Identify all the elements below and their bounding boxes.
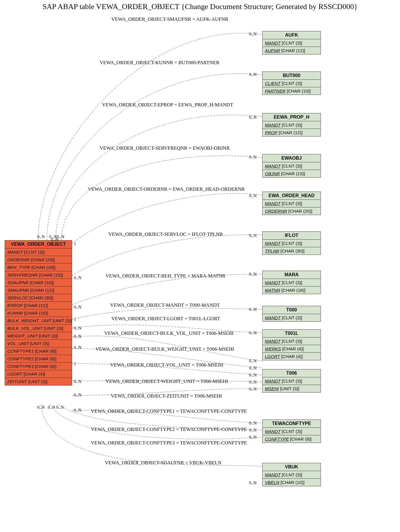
cardinality-target: 0..N [249, 380, 257, 385]
cardinality-target: 0..N [249, 428, 257, 433]
page-title: SAP ABAP table VEWA_ORDER_OBJECT {Change… [0, 2, 400, 11]
cardinality-target: 0..N [249, 193, 257, 198]
entity-ewa_order_head: EWA_ORDER_HEADMANDT [CLNT (3)]ORDERNR [C… [262, 192, 321, 215]
entity-field: SERVFREQNR [CHAR (10)] [5, 271, 72, 279]
entity-field: ORDERNR [CHAR (20)] [263, 207, 321, 215]
entity-header: VEWA_ORDER_OBJECT [5, 241, 72, 248]
entity-header: EWAOBJ [263, 154, 321, 162]
entity-field: MANDT [CLNT (3)] [263, 162, 321, 170]
entity-field: ORDERNR [CHAR (20)] [5, 256, 72, 264]
cardinality-source: 0..N [37, 234, 45, 239]
cardinality-source: 0..N [37, 405, 45, 410]
cardinality-source: 0..N [74, 345, 81, 350]
cardinality-target: 0..N [249, 155, 257, 160]
cardinality-target: 0..N [249, 373, 257, 378]
relationship-label: VEWA_ORDER_OBJECT-WEIGHT_UNIT = T006-MSE… [105, 378, 228, 384]
entity-field: ZEITUNIT [UNIT (3)] [5, 378, 72, 385]
entity-field: VOL_UNIT [UNIT (3)] [5, 340, 72, 347]
entity-field: EPROP [CHAR (12)] [5, 302, 72, 309]
entity-header: T001L [263, 330, 321, 337]
entity-header: BUT000 [263, 72, 321, 80]
entity-field: SDAUFNR [CHAR (10)] [5, 279, 72, 287]
cardinality-target: 0..N [249, 435, 257, 440]
relationship-label: VEWA_ORDER_OBJECT-LGORT = T001L-LGORT [111, 316, 220, 322]
entity-header: AUFK [263, 31, 321, 39]
relationship-label: VEWA_ORDER_OBJECT-SERVFREQNR = EWAOBJ-OB… [100, 145, 230, 151]
entity-header: IFLOT [263, 232, 321, 240]
entity-field: MANDT [CLNT (3)] [263, 337, 321, 345]
cardinality-target: 0..N [249, 421, 257, 426]
entity-field: LGORT [CHAR (4)] [263, 353, 321, 360]
cardinality-source: 1 [74, 317, 76, 322]
entity-field: MANDT [CLNT (3)] [5, 248, 72, 256]
entity-field: BULK_VOL_UNIT [UNIT (3)] [5, 325, 72, 332]
relationship-label: VEWA_ORDER_OBJECT-SDAUFNR = VBUK-VBELN [105, 460, 222, 466]
cardinality-target: 0..N [249, 480, 257, 485]
entity-field: CONFTYPE2 [CHAR (8)] [5, 355, 72, 363]
entity-field: WEIGHT_UNIT [UNIT (3)] [5, 332, 72, 340]
entity-mara: MARAMANDT [CLNT (3)]MATNR [CHAR (18)] [262, 271, 321, 294]
entity-field: BULK_WEIGHT_UNIT [UNIT (3)] [5, 317, 72, 325]
entity-t001l: T001LMANDT [CLNT (3)]WERKS [CHAR (4)]LGO… [262, 329, 321, 360]
entity-field: CONFTYPE1 [CHAR (8)] [5, 347, 72, 355]
relationship-label: VEWA_ORDER_OBJECT-ZEITUNIT = T006-MSEHI [111, 393, 222, 399]
cardinality-source: 0..N [74, 326, 81, 331]
relationship-label: VEWA_ORDER_OBJECT-ORDERNR = EWA_ORDER_HE… [88, 186, 245, 192]
relationship-label: VEWA_ORDER_OBJECT-CONFTYPE3 = TEWACONFTY… [91, 440, 247, 446]
relationship-label: VEWA_ORDER_OBJECT-SMAUFNR = AUFK-AUFNR [111, 16, 228, 22]
cardinality-source: 0..N [56, 405, 64, 410]
relationship-label: VEWA_ORDER_OBJECT-BULK_WEIGHT_UNIT = T00… [96, 346, 234, 352]
cardinality-source: 1 [74, 241, 76, 246]
entity-aufk: AUFKMANDT [CLNT (3)]AUFNR [CHAR (12)] [262, 31, 321, 54]
entity-iflot: IFLOTMANDT [CLNT (3)]TPLNR [CHAR (30)] [262, 231, 321, 255]
entity-field: MANDT [CLNT (3)] [263, 377, 321, 385]
entity-field: WERKS [CHAR (4)] [263, 345, 321, 353]
cardinality-source: 0..N [74, 393, 81, 398]
entity-field: LGORT [CHAR (4)] [5, 370, 72, 378]
relationship-label: VEWA_ORDER_OBJECT-CONFTYPE2 = TEWACONFTY… [91, 427, 247, 432]
entity-field: TPLNR [CHAR (30)] [263, 247, 321, 255]
entity-but000: BUT000CLIENT [CLNT (3)]PARTNER [CHAR (10… [262, 71, 321, 95]
cardinality-target: 0..N [249, 115, 257, 120]
cardinality-source: 0..N [74, 275, 81, 280]
cardinality-source: 0..N [74, 305, 81, 310]
cardinality-target: 0..N [249, 359, 257, 364]
cardinality-target: 0..N [249, 387, 257, 392]
entity-field: MANDT [CLNT (3)] [263, 314, 321, 321]
cardinality-target: 0..N [249, 233, 257, 238]
entity-field: KUNNR [CHAR (10)] [5, 309, 72, 317]
entity-vewa-order-object: VEWA_ORDER_OBJECT MANDT [CLNT (3)]ORDERN… [5, 240, 72, 386]
entity-field: MANDT [CLNT (3)] [263, 240, 321, 247]
relationship-label: VEWA_ORDER_OBJECT-EPROP = EEWA_PROP_H-MA… [102, 102, 233, 108]
cardinality-target: 0..N [249, 307, 257, 312]
entity-field: MANDT [CLNT (3)] [263, 39, 321, 47]
entity-eewa_prop_h: EEWA_PROP_HMANDT [CLNT (3)]PROP [CHAR (1… [262, 113, 321, 137]
entity-header: T006 [263, 369, 321, 377]
relationship-label: VEWA_ORDER_OBJECT-VOL_UNIT = T006-MSEHI [110, 362, 223, 368]
entity-field: MATNR [CHAR (18)] [263, 287, 321, 294]
entity-field: BEH_TYPE [CHAR (18)] [5, 264, 72, 271]
entity-field: MANDT [CLNT (3)] [263, 428, 321, 435]
entity-tewaconftype: TEWACONFTYPEMANDT [CLNT (3)]CONFTYPE [CH… [262, 420, 321, 443]
entity-t000: T000MANDT [CLNT (3)] [262, 306, 321, 322]
relationship-label: VEWA_ORDER_OBJECT-BEH_TYPE = MARA-MATNR [105, 273, 225, 279]
entity-header: T000 [263, 306, 321, 314]
entity-field: SERVLOC [CHAR (30)] [5, 294, 72, 302]
cardinality-target: 0..N [249, 272, 257, 277]
entity-field: MANDT [CLNT (3)] [263, 471, 321, 479]
entity-field: MANDT [CLNT (3)] [263, 200, 321, 207]
relationship-label: VEWA_ORDER_OBJECT-SERVLOC = IFLOT-TPLNR [108, 231, 223, 237]
entity-field: MANDT [CLNT (3)] [263, 279, 321, 287]
relationship-label: VEWA_ORDER_OBJECT-CONFTYPE1 = TEWACONFTY… [91, 408, 247, 414]
cardinality-source: 1 [74, 362, 76, 366]
cardinality-source: 0..N [74, 408, 81, 413]
entity-field: OBJNR [CHAR (10)] [263, 170, 321, 177]
entity-header: TEWACONFTYPE [263, 420, 321, 428]
entity-field: CONFTYPE3 [CHAR (8)] [5, 363, 72, 370]
entity-field: MSEHI [UNIT (3)] [263, 385, 321, 392]
relationship-label: VEWA_ORDER_OBJECT-MANDT = T000-MANDT [110, 302, 220, 308]
entity-field: VBELN [CHAR (10)] [263, 479, 321, 486]
entity-field: MANDT [CLNT (3)] [263, 121, 321, 129]
cardinality-target: 0..N [249, 32, 257, 37]
entity-field: CONFTYPE [CHAR (8)] [263, 435, 321, 443]
